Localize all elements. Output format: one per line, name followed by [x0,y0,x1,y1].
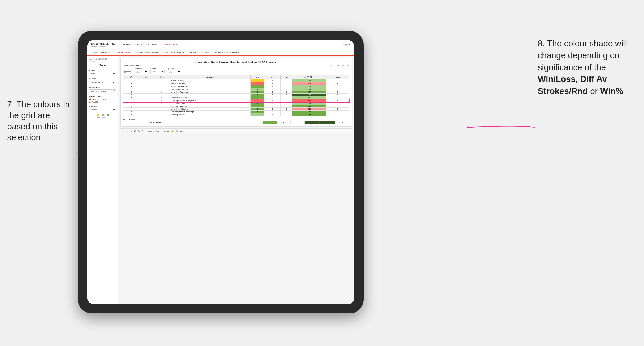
gender-select[interactable]: Men's [89,72,116,75]
h2h-table: #Rank #Reg #Conf Opponent Win Loss Tie D… [123,75,349,116]
cell-loss: 4 [264,82,280,85]
cell-rounds: 12 [326,88,349,91]
cell-conf: 1 [154,85,170,88]
watch-label[interactable]: Watch ▾ [163,130,169,132]
cell-tie: 0 [280,88,292,91]
col-opponent: Opponent [170,75,250,79]
cell-rounds: 3 [326,91,349,94]
opponent-filter-select[interactable]: (All) [167,70,181,73]
filter-row: Opponents: Conference (All) Region (All) [123,68,349,73]
main-content: Last Updated: 27/03/2024 16:55:38 Team G… [87,56,354,304]
layout-icon[interactable]: ⊟ [176,130,178,133]
cell-conf: 6 [154,108,170,111]
radio-top100[interactable]: Top 100 [89,101,116,103]
nav-items: TOURNAMENTS TEAMS COMMITTEE [123,43,335,46]
tablet-screen: SCOREBOARD Powered by clippd TOURNAMENTS… [87,40,354,304]
table-row: 9 - 1 University of Arizona 1 0 0 9.00 2 [123,94,349,96]
tab-player-summary[interactable]: PLAYER SUMMARY [164,49,185,56]
cell-tie: 0 [280,102,292,105]
cell-tie: 0 [280,85,292,88]
cell-rank: 14 [123,108,140,111]
cell-tie: 0 [280,82,292,85]
tab-player-h2h-grid[interactable]: PLAYER H2H GRID [190,49,210,56]
cell-rounds: 9 [326,79,349,82]
ood-tie: 0 [290,121,304,124]
cell-tie: 0 [280,105,292,108]
division-label: Division [89,78,116,80]
share-label[interactable]: Share [180,130,184,132]
annotation-sep2: or [588,86,600,96]
tab-team-h2h-grid[interactable]: TEAM H2H GRID [114,49,132,56]
view-label[interactable]: View: Original [148,130,159,132]
col-reg: #Reg [140,75,154,79]
ood-conf [141,121,150,124]
cell-reg: - [140,82,154,85]
cell-reg: - [140,111,154,113]
division-record: Division Record: 88 - 17 - 0 [328,64,349,66]
nav-tournaments[interactable]: TOURNAMENTS [123,43,142,46]
legend: Down Level Up [89,114,116,118]
nav-committee[interactable]: COMMITTEE [163,43,178,46]
ood-diff: 26.00 [304,121,335,124]
table-row: 6 - 2 Florida State University 4 2 0 1.8… [123,88,349,91]
opponent-filter-label: Opponent [167,68,181,69]
conference-filter-select[interactable]: (All) [134,70,148,73]
cell-reg: - [140,85,154,88]
cell-conf: 2 [154,82,170,85]
table-row: 10 - 5 University of Alabama 3 0 0 2.61 … [123,96,349,99]
logo-text: SCOREBOARD [91,42,116,45]
school-label: School (Rank) [89,86,116,89]
cell-opponent: Arizona State University [170,85,250,88]
table-row: 2 - 1 Auburn University 2 1 0 1.67 9 [123,79,349,82]
cell-tie: 0 [280,94,292,96]
clock-icon[interactable]: ⏱ [142,130,144,133]
region-filter-select[interactable]: (All) [150,70,164,73]
cell-diff: 2.61 [292,96,326,99]
radio-dot-top100 [89,101,91,103]
col-diff: Diff AvStrokes/Rnd [292,75,326,79]
nav-teams[interactable]: TEAMS [148,43,157,46]
grid-title: University of North Carolina Head-to-Hea… [123,61,349,63]
cell-reg: - [140,105,154,108]
right-arrow-icon [467,120,538,134]
col-loss: Loss [264,75,280,79]
legend-down-circle [96,114,99,116]
tab-team-h2h-heatmap[interactable]: TEAM H2H HEATMAP [137,49,159,56]
copy-icon[interactable]: ⧉ [134,130,136,133]
region-filter-label: Region [150,68,164,69]
thumbs-icon[interactable]: 👍 [171,130,174,133]
cell-loss: 1 [264,113,280,116]
radio-opponents-played[interactable]: Opponents Played [89,98,116,100]
opponent-view-section: Opponent View Opponents Played Top 100 [89,95,116,103]
colour-by-select[interactable]: Win/loss [89,108,116,112]
cell-diff: -1.00 [292,108,326,111]
gender-label: Gender [89,69,116,71]
radio-label-opponents: Opponents Played [92,99,106,100]
cell-rank: 15 [123,111,140,113]
cell-rank: 2 [123,79,140,82]
col-tie: Tie [280,75,292,79]
cell-diff: 6.62 [292,113,326,116]
annotation-right-text1: 8. The colour shade will change dependin… [538,39,627,72]
grid-icon[interactable]: ⊞ [138,130,140,133]
table-row: 16 - 7 University of Florida 3 1 0 6.62 … [123,113,349,116]
cell-opponent: University of Arkansas, Fayetteville [170,99,250,102]
tab-team-summary[interactable]: TEAM SUMMARY [91,49,110,56]
cell-reg: - [140,96,154,99]
forward-icon[interactable]: ⤻ [130,130,132,133]
cell-win: 2 [250,79,264,82]
school-select[interactable]: 1. University of Nort... [89,89,116,93]
cell-diff: 1.83 [292,88,326,91]
annotation-bold3: Win% [600,86,623,96]
cell-diff: 3.67 [292,91,326,94]
tab-player-h2h-heatmap[interactable]: PLAYER H2H HEATMAP [214,49,240,56]
redo-icon[interactable]: ↪ [126,130,128,133]
undo-icon[interactable]: ↩ [123,130,125,133]
annotation-right: 8. The colour shade will change dependin… [538,38,637,97]
filter-opponent: Opponent (All) [167,68,181,73]
cell-win: 1 [250,102,264,105]
sign-out-link[interactable]: Sign out [340,44,350,46]
division-select[interactable]: NCAA Division I [89,81,116,84]
cell-rank: 10 [123,96,140,99]
cell-conf: 1 [154,94,170,96]
